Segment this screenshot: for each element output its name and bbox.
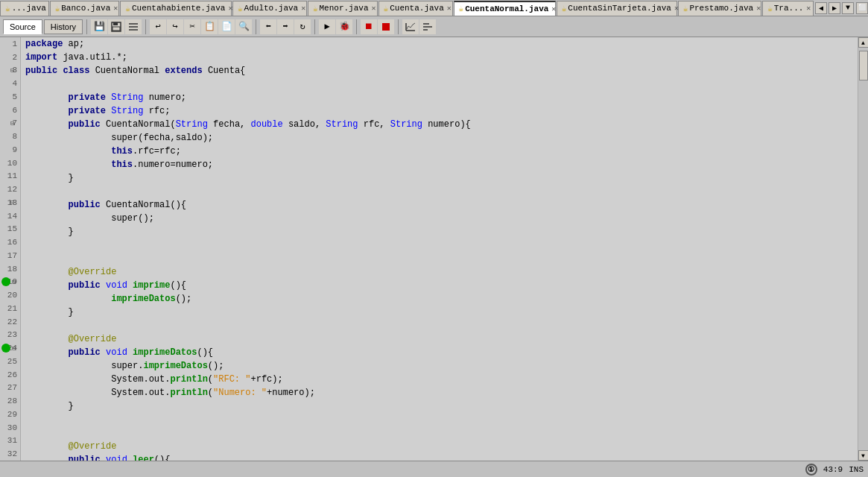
tab-4[interactable]: ☕ Menor.java ✕ [308, 1, 378, 16]
scroll-down-arrow[interactable]: ▼ [858, 450, 869, 461]
toolbar-separator-3 [256, 19, 256, 34]
tab-close-8[interactable]: ✕ [756, 4, 761, 13]
run-main-button[interactable]: ▶ [319, 19, 335, 34]
code-line-18: @Override [21, 265, 858, 279]
gutter-line-4: 4 [0, 77, 20, 90]
tab-close-4[interactable]: ✕ [372, 4, 376, 13]
editor-container: 1 2 ⊟3 4 5 6 ⊟7 8 9 10 11 12 ⊟13 14 15 1… [0, 37, 868, 461]
debug-button[interactable]: 🐞 [336, 19, 352, 34]
code-line-7: public CuentaNormal(String fecha, double… [21, 118, 858, 131]
save-button[interactable]: 💾 [91, 19, 107, 34]
gutter-line-18: 18 [0, 262, 20, 276]
source-button[interactable]: Source [3, 19, 42, 34]
gutter-line-16: 16 [0, 236, 20, 249]
tab-label-7: CuentaSinTarjeta.java [568, 4, 671, 13]
cut-button[interactable]: ✂ [184, 19, 200, 34]
gutter-line-5: 5 [0, 90, 20, 104]
tab-scroll-left-button[interactable]: ◀ [815, 2, 827, 14]
toolbar-group-5: ⏹ [361, 19, 394, 34]
code-line-24: public void imprimeDatos(){ [21, 346, 858, 359]
gutter-line-26: 26 [0, 368, 20, 382]
gutter-line-25: 25 [0, 355, 20, 368]
tab-8[interactable]: ☕ Prestamo.java ✕ [678, 1, 761, 16]
scroll-up-arrow[interactable]: ▲ [858, 37, 869, 48]
tab-1[interactable]: ☕ Banco.java ✕ [50, 1, 120, 16]
toolbar-group-1: 💾 [91, 19, 142, 34]
tab-scroll-right-button[interactable]: ▶ [829, 2, 840, 14]
tab-icon-6: ☕ [459, 4, 464, 13]
tab-icon-3: ☕ [238, 4, 243, 13]
tab-3[interactable]: ☕ Adulto.java ✕ [232, 1, 307, 16]
tab-6[interactable]: ☕ CuentaNormal.java ✕ [454, 1, 556, 16]
code-line-8: super(fecha,saldo); [21, 131, 858, 145]
maximize-button[interactable]: ⬜ [856, 2, 868, 14]
code-line-1: package ap; [21, 37, 858, 51]
code-content: package ap; import java.util.*; public c… [21, 37, 858, 461]
code-line-5: private String numero; [21, 91, 858, 104]
code-line-3: public class CuentaNormal extends Cuenta… [21, 64, 858, 78]
code-line-10: this.numero=numero; [21, 158, 858, 171]
notification-badge[interactable]: ① [805, 464, 817, 476]
toolbar-group-4: ▶ 🐞 [319, 19, 352, 34]
next-button[interactable]: ➡ [277, 19, 294, 34]
find-button[interactable]: 🔍 [235, 19, 252, 34]
tab-close-6[interactable]: ✕ [551, 4, 556, 13]
tab-label-8: Prestamo.java [689, 4, 753, 13]
insert-mode: INS [849, 465, 864, 474]
notification-area: ① [805, 464, 817, 476]
code-line-13: public CuentaNormal(){ [21, 198, 858, 212]
tab-close-1[interactable]: ✕ [113, 4, 118, 13]
code-line-22 [21, 319, 858, 332]
code-line-14: super(); [21, 212, 858, 225]
gutter-line-22: 22 [0, 315, 20, 329]
code-line-6: private String rfc; [21, 104, 858, 118]
toolbar: Source History 💾 ↩ ↪ ✂ 📋 📄 🔍 ⬅ ➡ ↻ [0, 16, 868, 37]
gutter-line-28: 28 [0, 394, 20, 408]
code-line-31: @Override [21, 440, 858, 453]
gutter-line-8: 8 [0, 130, 20, 143]
tab-9[interactable]: ☕ Tra... ✕ [762, 1, 814, 16]
tab-7[interactable]: ☕ CuentaSinTarjeta.java ✕ [557, 1, 677, 16]
gutter-line-19: ⊟19 [0, 276, 20, 289]
stop-button[interactable]: ⏹ [361, 19, 377, 34]
undo-button[interactable]: ↩ [150, 19, 166, 34]
prev-button[interactable]: ⬅ [260, 19, 276, 34]
properties-button[interactable] [419, 19, 436, 34]
scroll-thumb[interactable] [859, 51, 868, 80]
toolbar-group-6 [402, 19, 436, 34]
gutter-line-17: 17 [0, 249, 20, 262]
refresh-button[interactable]: ↻ [294, 19, 311, 34]
vertical-scrollbar[interactable]: ▲ ▼ [858, 37, 868, 461]
redo-button[interactable]: ↪ [167, 19, 183, 34]
tab-label-5: Cuenta.java [390, 4, 444, 13]
gutter-line-27: 27 [0, 382, 20, 395]
tab-label-9: Tra... [774, 4, 804, 13]
tab-label-2: Cuentahabiente.java [132, 4, 225, 13]
tab-2[interactable]: ☕ Cuentahabiente.java ✕ [120, 1, 232, 16]
tab-icon-8: ☕ [683, 4, 688, 13]
gutter-line-30: 30 [0, 421, 20, 435]
history-button[interactable]: History [44, 19, 83, 34]
scroll-track[interactable] [858, 48, 868, 450]
save-all-button[interactable] [108, 19, 124, 34]
tab-5[interactable]: ☕ Cuenta.java ✕ [378, 1, 453, 16]
code-editor[interactable]: package ap; import java.util.*; public c… [21, 37, 858, 461]
tab-dropdown-button[interactable]: ▼ [842, 2, 854, 14]
toggle-button[interactable] [125, 19, 142, 34]
tab-close-9[interactable]: ✕ [806, 4, 811, 13]
code-line-28: } [21, 399, 858, 413]
tab-0[interactable]: ☕ ...java [0, 1, 49, 16]
gutter-line-21: 21 [0, 302, 20, 315]
paste-button[interactable]: 📄 [218, 19, 235, 34]
toolbar-separator-4 [314, 19, 315, 34]
stop-all-button[interactable] [378, 19, 394, 34]
code-line-23: @Override [21, 332, 858, 346]
code-line-26: System.out.println("RFC: "+rfc); [21, 373, 858, 386]
code-line-12 [21, 185, 858, 198]
gutter-line-10: 10 [0, 157, 20, 170]
tab-close-3[interactable]: ✕ [301, 4, 305, 13]
copy-button[interactable]: 📋 [201, 19, 218, 34]
gutter-line-13: ⊟13 [0, 196, 20, 209]
graph-button[interactable] [402, 19, 419, 34]
tab-close-5[interactable]: ✕ [447, 4, 452, 13]
